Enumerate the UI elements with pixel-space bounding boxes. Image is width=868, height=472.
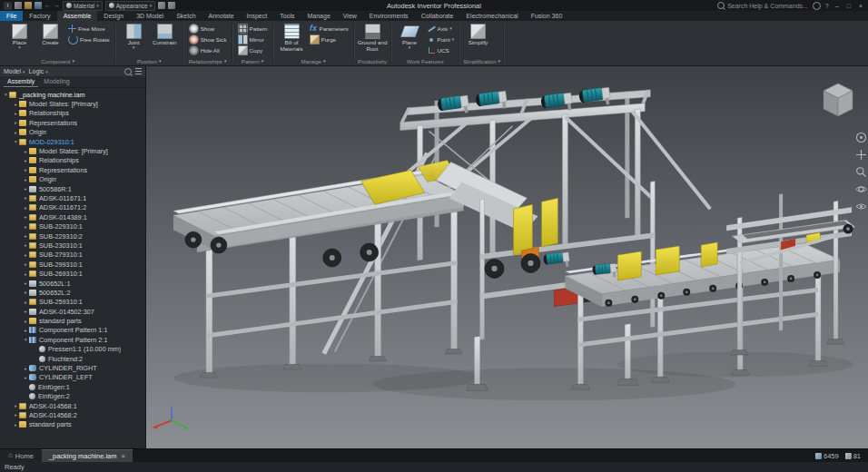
bill-of-materials-button[interactable]: Bill of Materials	[277, 22, 307, 52]
tree-item[interactable]: ▸SUB-229310:2	[0, 231, 145, 241]
free-rotate-button[interactable]: Free Rotate	[66, 34, 112, 44]
tree-item[interactable]: ▾MOD-029310:1	[0, 137, 145, 146]
expander-icon[interactable]: ▸	[13, 130, 19, 135]
tree-item[interactable]: ▸500652L:1	[0, 279, 145, 288]
tree-item[interactable]: ▸ADSK-014568:1	[0, 401, 145, 410]
tree-item[interactable]: ▸Representations	[0, 118, 145, 127]
hide-all-button[interactable]: Hide All	[187, 45, 229, 55]
machine-left-conveyor[interactable]	[173, 161, 469, 378]
browser-pane-logic[interactable]: Logic	[29, 68, 48, 74]
save-icon[interactable]	[35, 2, 42, 9]
tab-inspect[interactable]: Inspect	[241, 11, 274, 21]
ucs-button[interactable]: UCS	[426, 45, 457, 55]
expander-icon[interactable]: ▸	[23, 271, 29, 277]
tab-factory[interactable]: Factory	[23, 11, 56, 21]
axis-button[interactable]: Axis▾	[426, 24, 457, 34]
expander-icon[interactable]: ▸	[13, 403, 19, 408]
expander-icon[interactable]: ▾	[3, 92, 9, 97]
tree-item[interactable]: ▾_packing machine.iam	[0, 90, 145, 99]
plane-button[interactable]: Plane▾	[395, 22, 425, 50]
close-tab-icon[interactable]: ×	[121, 452, 124, 460]
simplify-button[interactable]: Simplify	[463, 22, 493, 45]
tree-item[interactable]: ▸SUB-299310:1	[0, 260, 145, 269]
tree-item[interactable]: ▸500652L:2	[0, 288, 145, 297]
group-label-component[interactable]: Component▾	[5, 56, 112, 65]
joint-button[interactable]: Joint▾	[119, 22, 149, 50]
tree-item[interactable]: ▸CYLINDER_LEFT	[0, 373, 145, 382]
expander-icon[interactable]: ▸	[23, 167, 29, 172]
tab-file[interactable]: File	[0, 11, 23, 21]
tree-item[interactable]: ▸standard parts	[0, 420, 145, 429]
parameters-button[interactable]: Parameters	[308, 24, 350, 34]
settings-icon[interactable]	[168, 2, 175, 9]
machine-motor-5[interactable]	[543, 251, 570, 270]
purge-button[interactable]: Purge	[308, 34, 350, 44]
tree-item[interactable]: Einfügen:1	[0, 382, 145, 391]
tree-item[interactable]: ▸ADSK-014389:1	[0, 212, 145, 221]
create-button[interactable]: Create	[35, 22, 65, 45]
expander-icon[interactable]: ▸	[13, 102, 19, 107]
expander-icon[interactable]: ▸	[23, 233, 29, 239]
tree-item[interactable]: ▸SUB-279310:1	[0, 251, 145, 260]
minimize-button[interactable]: –	[833, 3, 841, 9]
group-label-relationships[interactable]: Relationships▾	[187, 56, 229, 65]
tree-item[interactable]: ▸standard parts	[0, 316, 145, 325]
expander-icon[interactable]: ▸	[23, 252, 29, 258]
tree-item[interactable]: Pressen1:1 (10.000 mm)	[0, 345, 145, 354]
navigation-wheel-icon[interactable]	[855, 132, 867, 143]
expander-icon[interactable]: ▾	[13, 139, 19, 144]
point-button[interactable]: Point▾	[426, 34, 457, 44]
browser-pane-model[interactable]: Model	[4, 68, 25, 74]
tree-item[interactable]: ▸Origin	[0, 175, 145, 184]
tree-item[interactable]: ▸SUB-230310:1	[0, 241, 145, 250]
expander-icon[interactable]: ▸	[23, 261, 29, 267]
tree-item[interactable]: ▸Component Pattern 1:1	[0, 326, 145, 335]
tree-item[interactable]: ▸Model States: [Primary]	[0, 146, 145, 155]
expander-icon[interactable]: ▸	[23, 158, 29, 163]
expander-icon[interactable]: ▸	[23, 366, 29, 371]
expander-icon[interactable]: ▸	[23, 195, 29, 201]
expander-icon[interactable]: ▾	[23, 337, 29, 342]
tree-item[interactable]: ▸ADSK-014502:307	[0, 307, 145, 316]
group-label-manage[interactable]: Manage▾	[277, 56, 350, 65]
tree-item[interactable]: ▸Origin	[0, 128, 145, 137]
expander-icon[interactable]: ▸	[23, 205, 29, 211]
constrain-button[interactable]: Constrain	[150, 22, 180, 45]
pan-icon[interactable]	[855, 149, 867, 161]
group-label-work-features[interactable]: Work Features	[395, 56, 457, 65]
expander-icon[interactable]: ▸	[23, 290, 29, 295]
group-label-productivity[interactable]: Productivity	[358, 56, 388, 65]
tab-environments[interactable]: Environments	[363, 11, 415, 21]
tab-design[interactable]: Design	[97, 11, 130, 21]
expander-icon[interactable]: ▸	[23, 214, 29, 220]
tree-item[interactable]: ▸Model States: [Primary]	[0, 99, 145, 108]
tab-3d-model[interactable]: 3D Model	[130, 11, 170, 21]
open-icon[interactable]	[25, 2, 32, 9]
tree-item[interactable]: ▸SUB-259310:1	[0, 298, 145, 307]
new-file-icon[interactable]	[15, 2, 22, 9]
ground-and-root-button[interactable]: Ground and Root	[358, 22, 388, 52]
tab-electromechanical[interactable]: Electromechanical	[459, 11, 524, 21]
group-label-pattern[interactable]: Pattern▾	[236, 56, 270, 65]
browser-menu-icon[interactable]	[135, 68, 142, 74]
measure-icon[interactable]	[158, 2, 165, 9]
tab-fusion-360[interactable]: Fusion 360	[525, 11, 569, 21]
tree-item[interactable]: Einfügen:2	[0, 392, 145, 401]
browser-tab-assembly[interactable]: Assembly	[4, 76, 38, 87]
expander-icon[interactable]: ▸	[23, 186, 29, 192]
look-at-icon[interactable]	[855, 201, 867, 212]
expander-icon[interactable]: ▸	[13, 422, 19, 428]
tree-item[interactable]: ▸ADSK-011671:1	[0, 193, 145, 202]
orbit-icon[interactable]	[855, 183, 867, 195]
tree-item[interactable]: ▸SUB-229310:1	[0, 221, 145, 231]
tree-item[interactable]: ▸500586R:1	[0, 184, 145, 193]
expander-icon[interactable]: ▸	[23, 280, 29, 286]
home-tab[interactable]: Home	[0, 449, 42, 462]
tab-view[interactable]: View	[337, 11, 363, 21]
maximize-button[interactable]: □	[845, 3, 853, 9]
browser-search-icon[interactable]	[124, 68, 132, 75]
tab-tools[interactable]: Tools	[273, 11, 301, 21]
expander-icon[interactable]: ▸	[23, 319, 29, 324]
show-button[interactable]: Show	[187, 24, 229, 34]
viewport[interactable]	[146, 66, 868, 448]
